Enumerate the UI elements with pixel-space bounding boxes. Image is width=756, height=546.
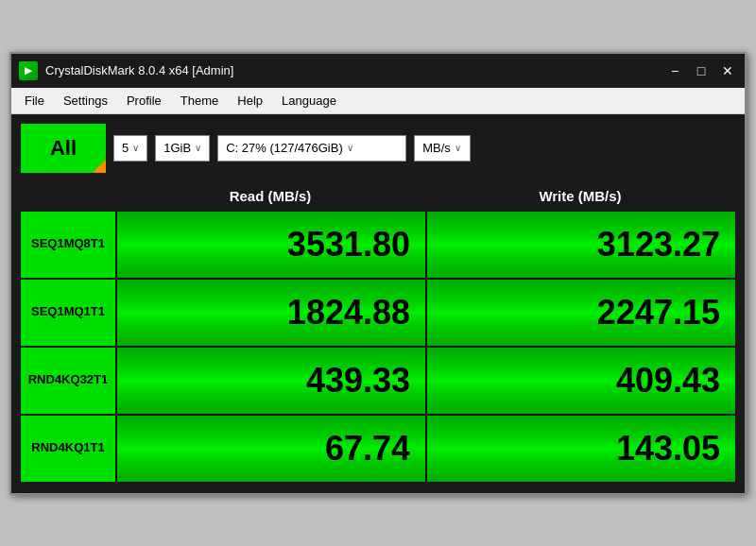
window-controls: − □ ✕ (665, 61, 737, 80)
read-col-header: Read (MB/s) (115, 182, 425, 210)
write-value-1: 2247.15 (597, 293, 720, 333)
table-row: SEQ1M Q8T1 3531.80 3123.27 (21, 212, 735, 278)
title-bar: ▶ CrystalDiskMark 8.0.4 x64 [Admin] − □ … (11, 54, 745, 88)
table-row: SEQ1M Q1T1 1824.88 2247.15 (21, 280, 735, 346)
count-arrow: ∨ (132, 143, 139, 153)
read-value-3: 67.74 (325, 429, 410, 469)
menu-language[interactable]: Language (272, 91, 346, 111)
write-col-header: Write (MB/s) (425, 182, 735, 210)
all-button[interactable]: All (21, 124, 106, 173)
row-label-3: RND4K Q1T1 (21, 416, 115, 482)
write-cell-0: 3123.27 (427, 212, 735, 278)
table-row: RND4K Q1T1 67.74 143.05 (21, 416, 735, 482)
write-value-3: 143.05 (616, 429, 720, 469)
drive-value: C: 27% (127/476GiB) (226, 141, 343, 155)
app-icon: ▶ (19, 61, 38, 80)
maximize-button[interactable]: □ (692, 61, 711, 80)
menu-profile[interactable]: Profile (117, 91, 171, 111)
write-value-0: 3123.27 (597, 225, 720, 264)
size-select[interactable]: 1GiB ∨ (155, 135, 210, 162)
row-label-2: RND4K Q32T1 (21, 348, 115, 414)
count-value: 5 (122, 141, 129, 155)
read-cell-2: 439.33 (117, 348, 425, 414)
unit-value: MB/s (422, 141, 451, 155)
minimize-button[interactable]: − (665, 61, 684, 80)
main-content: All 5 ∨ 1GiB ∨ C: 27% (127/476GiB) ∨ MB/… (11, 114, 745, 493)
row-label-0: SEQ1M Q8T1 (21, 212, 115, 278)
read-value-2: 439.33 (306, 361, 410, 401)
results-table: Read (MB/s) Write (MB/s) SEQ1M Q8T1 3531… (21, 182, 735, 482)
table-header: Read (MB/s) Write (MB/s) (21, 182, 735, 210)
window-title: CrystalDiskMark 8.0.4 x64 [Admin] (45, 63, 665, 77)
table-row: RND4K Q32T1 439.33 409.43 (21, 348, 735, 414)
menu-help[interactable]: Help (228, 91, 272, 111)
menu-settings[interactable]: Settings (54, 91, 117, 111)
size-value: 1GiB (163, 141, 191, 155)
write-cell-3: 143.05 (427, 416, 735, 482)
size-arrow: ∨ (195, 143, 201, 153)
toolbar: All 5 ∨ 1GiB ∨ C: 27% (127/476GiB) ∨ MB/… (21, 124, 735, 173)
write-cell-1: 2247.15 (427, 280, 735, 346)
row-label-1: SEQ1M Q1T1 (21, 280, 115, 346)
menu-file[interactable]: File (15, 91, 54, 111)
app-icon-text: ▶ (25, 65, 32, 76)
read-value-0: 3531.80 (287, 225, 410, 264)
write-cell-2: 409.43 (427, 348, 735, 414)
drive-select[interactable]: C: 27% (127/476GiB) ∨ (217, 135, 406, 162)
unit-arrow: ∨ (455, 143, 461, 153)
main-window: ▶ CrystalDiskMark 8.0.4 x64 [Admin] − □ … (9, 52, 747, 495)
menu-theme[interactable]: Theme (171, 91, 228, 111)
drive-arrow: ∨ (347, 143, 353, 153)
read-cell-0: 3531.80 (117, 212, 425, 278)
close-button[interactable]: ✕ (718, 61, 737, 80)
unit-select[interactable]: MB/s ∨ (414, 135, 471, 162)
write-value-2: 409.43 (616, 361, 720, 401)
label-col-header (21, 182, 115, 210)
read-value-1: 1824.88 (287, 293, 410, 333)
count-select[interactable]: 5 ∨ (113, 135, 147, 162)
menu-bar: File Settings Profile Theme Help Languag… (11, 88, 745, 114)
read-cell-3: 67.74 (117, 416, 425, 482)
read-cell-1: 1824.88 (117, 280, 425, 346)
